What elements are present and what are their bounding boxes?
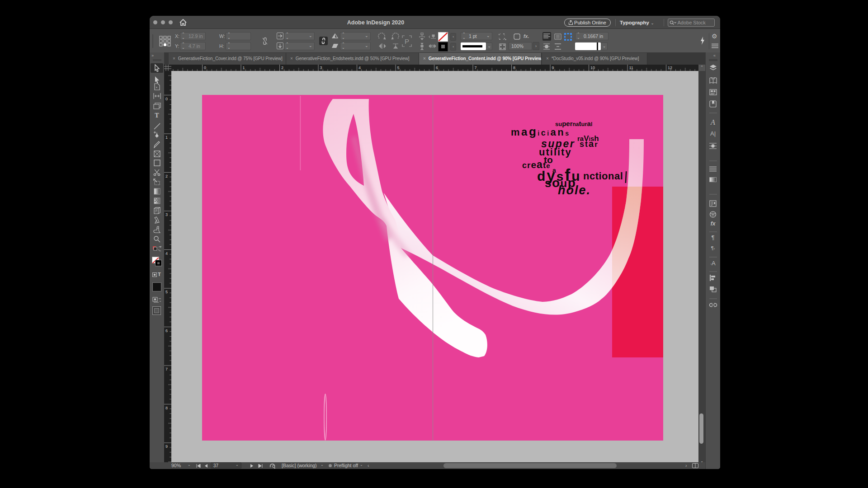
svg-text:8: 8 xyxy=(165,406,168,410)
svg-text:6: 6 xyxy=(165,328,168,333)
svg-text:7: 7 xyxy=(475,66,477,70)
svg-text:hole.: hole. xyxy=(558,183,591,197)
svg-text:4: 4 xyxy=(359,66,361,70)
svg-text:12: 12 xyxy=(668,66,672,70)
svg-text:3: 3 xyxy=(165,212,168,217)
svg-text:1: 1 xyxy=(243,66,245,70)
svg-text:4: 4 xyxy=(165,251,168,256)
svg-text:0: 0 xyxy=(165,97,168,101)
svg-text:9: 9 xyxy=(165,444,168,449)
svg-text:8: 8 xyxy=(513,66,515,70)
svg-text:P: P xyxy=(405,38,409,45)
svg-text:1: 1 xyxy=(165,135,168,140)
svg-text:5: 5 xyxy=(397,66,400,70)
svg-text:6: 6 xyxy=(436,66,438,70)
svg-text:7: 7 xyxy=(165,367,168,371)
svg-text:10: 10 xyxy=(590,66,595,70)
svg-text:0: 0 xyxy=(204,66,206,70)
svg-text:star: star xyxy=(580,139,599,149)
svg-text:9: 9 xyxy=(552,66,554,70)
svg-text:3: 3 xyxy=(320,66,322,70)
svg-text:2: 2 xyxy=(165,174,168,178)
svg-text:nctional: nctional xyxy=(583,170,623,182)
svg-text:11: 11 xyxy=(629,66,633,70)
svg-text:2: 2 xyxy=(281,66,283,70)
svg-text:5: 5 xyxy=(165,290,168,294)
